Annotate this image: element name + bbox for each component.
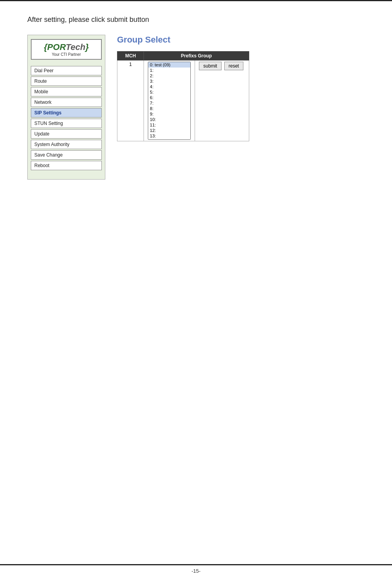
nav-item-sip-settings[interactable]: SIP Settings — [31, 108, 102, 118]
page-title: Group Select — [117, 35, 369, 45]
top-border — [0, 0, 392, 1]
select-cell: 0: test (09)1:2:3:4:5:6:7:8:9:10:11:12:1… — [144, 61, 195, 141]
logo-box: {PORTech} Your CTI Partner — [31, 39, 102, 60]
logo-tech: Tech — [66, 42, 85, 52]
nav-item-mobile[interactable]: Mobile — [31, 87, 102, 96]
main-panel: Group Select MCH Prefixs Group 1 0: test… — [105, 35, 369, 141]
nav-item-update[interactable]: Update — [31, 129, 102, 139]
nav-item-reboot[interactable]: Reboot — [31, 161, 102, 170]
logo-por: POR — [47, 42, 66, 52]
nav-item-stun-setting[interactable]: STUN Setting — [31, 119, 102, 128]
mch-value: 1 — [117, 61, 144, 141]
nav-item-system-authority[interactable]: System Authority — [31, 140, 102, 149]
logo-brace: } — [85, 42, 89, 52]
nav-item-dial-peer[interactable]: Dial Peer — [31, 66, 102, 75]
logo-port: { — [44, 42, 48, 52]
prefixs-select[interactable]: 0: test (09)1:2:3:4:5:6:7:8:9:10:11:12:1… — [148, 62, 191, 140]
col-mch: MCH — [117, 52, 144, 61]
instruction-text: After setting, please click submit butto… — [27, 16, 369, 24]
nav-menu: Dial PeerRouteMobileNetworkSIP SettingsS… — [31, 66, 102, 170]
col-prefixs: Prefixs Group — [144, 52, 249, 61]
ui-container: {PORTech} Your CTI Partner Dial PeerRout… — [27, 35, 369, 180]
bottom-border — [0, 564, 392, 565]
nav-item-save-change[interactable]: Save Change — [31, 150, 102, 160]
action-cell: submit reset — [195, 61, 249, 141]
nav-item-network[interactable]: Network — [31, 98, 102, 107]
submit-button[interactable]: submit — [199, 62, 221, 70]
sidebar: {PORTech} Your CTI Partner Dial PeerRout… — [27, 35, 105, 180]
page-number: -15- — [0, 568, 392, 574]
table-row: 1 0: test (09)1:2:3:4:5:6:7:8:9:10:11:12… — [117, 61, 249, 141]
data-table: MCH Prefixs Group 1 0: test (09)1:2:3:4:… — [117, 51, 249, 141]
nav-item-route[interactable]: Route — [31, 77, 102, 86]
logo-subtitle: Your CTI Partner — [33, 52, 99, 57]
reset-button[interactable]: reset — [224, 62, 243, 70]
logo: {PORTech} — [33, 42, 99, 52]
